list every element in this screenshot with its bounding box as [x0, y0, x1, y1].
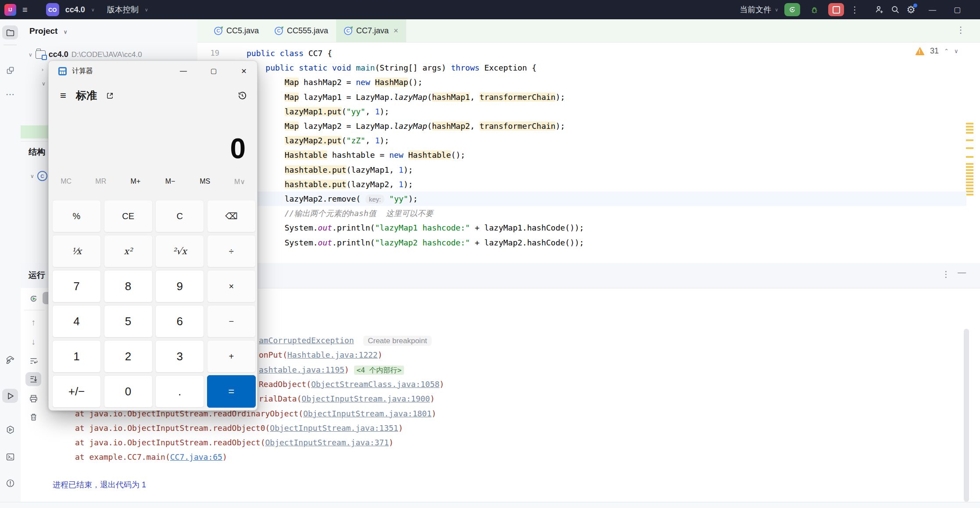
console-scrollbar[interactable] [964, 329, 969, 502]
warning-stripe-mark[interactable] [966, 191, 973, 192]
warning-stripe-mark[interactable] [966, 194, 973, 195]
project-badge[interactable]: CO [46, 3, 59, 16]
calc-menu-icon[interactable]: ≡ [60, 89, 66, 102]
calc-maximize-icon[interactable]: ▢ [204, 61, 223, 81]
stack-trace-link[interactable]: CC7.java:65 [170, 452, 222, 462]
memory-MC[interactable]: MC [49, 178, 83, 186]
vcs-menu[interactable]: 版本控制 [107, 4, 139, 15]
keep-on-top-icon[interactable] [106, 92, 114, 100]
calc-key-plus[interactable]: + [207, 340, 256, 373]
run-button[interactable] [784, 3, 800, 16]
calc-close-icon[interactable]: ✕ [234, 61, 254, 81]
run-hide-icon[interactable]: — [958, 267, 966, 277]
services-tool-icon[interactable] [2, 423, 18, 437]
warning-stripe-mark[interactable] [966, 178, 973, 180]
calc-key-8[interactable]: 8 [104, 270, 153, 302]
print-icon[interactable] [25, 391, 41, 405]
warning-stripe-mark[interactable] [966, 156, 973, 158]
terminal-tool-icon[interactable] [2, 450, 18, 464]
project-panel-title[interactable]: Project ∨ [29, 26, 68, 36]
create-breakpoint-chip[interactable]: Create breakpoint [363, 336, 431, 346]
project-tool-icon[interactable] [2, 25, 18, 39]
stack-trace-link[interactable]: Hashtable.java:1222 [287, 350, 378, 359]
tab-close-icon[interactable]: × [393, 26, 398, 36]
warning-stripe-mark[interactable] [966, 166, 973, 168]
build-tool-icon[interactable] [2, 353, 18, 367]
run-panel-title[interactable]: 运行 [29, 270, 45, 281]
memory-M−[interactable]: M− [153, 178, 188, 186]
warning-stripe-mark[interactable] [966, 132, 973, 134]
structure-class-row[interactable]: ∨ C [30, 171, 47, 181]
tab-CC7.java[interactable]: CCC7.java× [336, 19, 406, 42]
prev-warning-icon[interactable]: ⌃ [944, 48, 949, 54]
clear-console-icon[interactable] [25, 410, 41, 424]
calc-key-7[interactable]: 7 [52, 270, 101, 302]
memory-MR[interactable]: MR [83, 178, 118, 186]
inspection-widget[interactable]: 31 ⌃ ∨ [915, 46, 958, 56]
calc-key-backspace[interactable]: ⌫ [207, 200, 256, 232]
stop-button[interactable] [828, 3, 844, 16]
warning-stripe-mark[interactable] [966, 147, 973, 149]
warning-stripe-mark[interactable] [966, 169, 973, 171]
structure-panel-title[interactable]: 结构 [29, 146, 45, 158]
prev-occurrence-icon[interactable]: ↑ [25, 315, 41, 329]
stack-trace-link[interactable]: amCorruptedException [259, 336, 354, 345]
calc-key-3[interactable]: 3 [155, 340, 204, 373]
search-icon[interactable] [891, 5, 900, 14]
calc-key-decimal[interactable]: . [155, 375, 204, 408]
scroll-to-end-icon[interactable] [25, 372, 41, 386]
next-warning-icon[interactable]: ∨ [954, 48, 959, 54]
calc-key-clear-entry[interactable]: CE [104, 200, 153, 232]
run-config-selector[interactable]: 当前文件 ∨ [740, 4, 778, 15]
memory-MS[interactable]: MS [188, 178, 222, 186]
rerun-icon[interactable] [25, 291, 41, 306]
calc-key-percent[interactable]: % [52, 200, 101, 232]
run-options-icon[interactable]: ⋮ [942, 269, 950, 279]
warning-stripe-mark[interactable] [966, 129, 973, 131]
calculator-titlebar[interactable]: 计算器 — ▢ ✕ [49, 61, 257, 81]
memory-M+[interactable]: M+ [118, 178, 153, 186]
warning-stripe-mark[interactable] [966, 185, 973, 186]
calc-key-4[interactable]: 4 [52, 305, 101, 337]
inner-frames-badge[interactable]: <4 个内部行> [354, 366, 404, 375]
calc-key-5[interactable]: 5 [104, 305, 153, 337]
code-with-me-icon[interactable] [875, 5, 884, 14]
tab-CC555.java[interactable]: CCC555.java [267, 19, 336, 42]
calc-key-2[interactable]: 2 [104, 340, 153, 373]
main-menu-icon[interactable]: ≡ [22, 5, 28, 14]
memory-M∨[interactable]: M∨ [222, 178, 257, 186]
warning-stripe-mark[interactable] [966, 123, 973, 124]
tree-row-project-root[interactable]: ∨ cc4.0 D:\CODE\JAVA\cc4.0 [29, 50, 142, 59]
warning-stripe-mark[interactable] [966, 139, 973, 141]
history-icon[interactable] [237, 90, 247, 101]
more-tools-icon[interactable]: ⋯ [2, 87, 18, 101]
calc-key-9[interactable]: 9 [155, 270, 204, 302]
stack-trace-link[interactable]: ashtable.java:1195 [259, 365, 344, 374]
calc-key-equals[interactable]: = [207, 375, 256, 408]
calc-key-multiply[interactable]: × [207, 270, 256, 302]
stack-trace-link[interactable]: ObjectInputStream.java:1801 [303, 409, 432, 418]
calc-key-sqrt[interactable]: ²√x [155, 235, 204, 267]
calc-key-6[interactable]: 6 [155, 305, 204, 337]
warning-stripe-mark[interactable] [966, 172, 973, 174]
window-maximize-icon[interactable]: ▢ [954, 6, 961, 14]
calc-minimize-icon[interactable]: — [174, 61, 193, 81]
calc-key-square[interactable]: x² [104, 235, 153, 267]
window-minimize-icon[interactable]: — [929, 6, 936, 14]
tab-options-icon[interactable]: ⋮ [956, 25, 965, 35]
more-actions-icon[interactable]: ⋮ [850, 5, 859, 14]
stack-trace-link[interactable]: ObjectStreamClass.java:1058 [311, 380, 440, 389]
stack-trace-link[interactable]: ObjectInputStream.java:1900 [302, 394, 430, 403]
next-occurrence-icon[interactable]: ↓ [25, 334, 41, 348]
warning-stripe-mark[interactable] [966, 126, 973, 128]
tab-CC5.java[interactable]: CCC5.java [206, 19, 267, 42]
settings-gear-icon[interactable]: ⚙ [906, 5, 916, 15]
calc-key-reciprocal[interactable]: ⅟x [52, 235, 101, 267]
calc-key-1[interactable]: 1 [52, 340, 101, 373]
stack-trace-link[interactable]: ObjectInputStream.java:371 [265, 438, 389, 447]
soft-wrap-icon[interactable] [25, 354, 41, 368]
problems-tool-icon[interactable] [2, 476, 18, 490]
calc-key-minus[interactable]: − [207, 305, 256, 337]
calc-key-divide[interactable]: ÷ [207, 235, 256, 267]
warning-stripe-mark[interactable] [966, 163, 973, 165]
